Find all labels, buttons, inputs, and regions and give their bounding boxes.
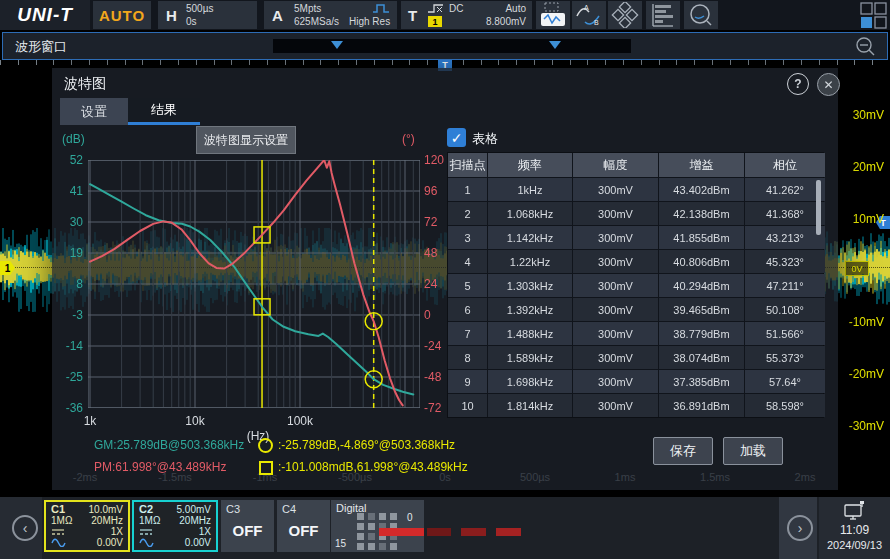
- close-icon[interactable]: ✕: [817, 73, 840, 96]
- digital-channels-box[interactable]: Digital 0 15: [331, 500, 424, 552]
- digital-bit-square: [368, 523, 375, 530]
- dc-coupling-icon: [139, 528, 153, 536]
- trigger-settings-button[interactable]: T 1 DC Auto 8.800mV: [401, 1, 532, 29]
- brand-logo: UNI-T: [0, 0, 90, 30]
- expand-right-block: ›: [779, 497, 817, 559]
- table-cell: 58.598°: [745, 394, 825, 417]
- table-cell: 43.402dBm: [659, 178, 744, 201]
- ab-curve-button[interactable]: A B: [572, 1, 606, 29]
- table-row[interactable]: 51.303kHz300mV40.294dBm47.211°: [448, 274, 823, 297]
- clock-date: 2024/09/13: [819, 539, 890, 551]
- frequency-tick-label: 10k: [175, 414, 215, 428]
- table-row[interactable]: 11kHz300mV43.402dBm41.262°: [448, 178, 823, 201]
- auto-button[interactable]: AUTO: [93, 1, 151, 29]
- phase-tick-label: -48: [424, 370, 464, 384]
- horizontal-settings-button[interactable]: H 500µs 0s: [158, 1, 257, 29]
- c3-state: OFF: [221, 522, 274, 539]
- table-cell: 300mV: [573, 178, 658, 201]
- digital-activity-dash: [461, 528, 486, 536]
- table-cell: 41.262°: [745, 178, 825, 201]
- lens-button[interactable]: [684, 1, 718, 29]
- c1-name: C1: [51, 504, 65, 515]
- digital-bit-square: [368, 513, 375, 520]
- zoom-out-icon[interactable]: [855, 36, 875, 56]
- help-icon[interactable]: ?: [787, 73, 809, 95]
- acq-mode-value: High Res: [349, 16, 390, 28]
- table-cell: 300mV: [573, 370, 658, 393]
- horizontal-label: H: [166, 7, 177, 24]
- high-res-pulse-icon: [372, 3, 390, 14]
- table-cell: 1.22kHz: [488, 250, 572, 273]
- table-row[interactable]: 101.814kHz300mV36.891dBm58.598°: [448, 394, 823, 417]
- gain-tick-label: -36: [52, 401, 83, 415]
- table-row[interactable]: 91.698kHz300mV37.385dBm57.64°: [448, 370, 823, 393]
- table-cell: 1.814kHz: [488, 394, 572, 417]
- trigger-level-value: 8.800mV: [486, 16, 526, 28]
- svg-text:A: A: [584, 4, 589, 11]
- channel2-box[interactable]: C25.00mV 1MΩ20MHz 1X 0.00V: [132, 500, 218, 552]
- table-checkbox[interactable]: ✓: [447, 128, 466, 147]
- digital-bit-square: [379, 513, 386, 520]
- table-scrollbar[interactable]: [816, 180, 821, 235]
- phase-tick-label: 72: [424, 215, 464, 229]
- table-cell: 1.488kHz: [488, 322, 572, 345]
- table-row[interactable]: 21.068kHz300mV42.138dBm41.368°: [448, 202, 823, 225]
- chevron-left-icon[interactable]: ‹: [12, 515, 38, 541]
- right-axis-unit: (°): [402, 132, 415, 146]
- phase-tick-label: 24: [424, 277, 464, 291]
- table-cell: 1kHz: [488, 178, 572, 201]
- tab-settings[interactable]: 设置: [60, 98, 128, 125]
- channel4-box[interactable]: C4 OFF: [277, 500, 330, 552]
- table-cell: 300mV: [573, 202, 658, 225]
- table-row[interactable]: 41.22kHz300mV40.806dBm45.323°: [448, 250, 823, 273]
- acquire-label: A: [272, 7, 283, 24]
- digital-activity-dash: [427, 528, 451, 536]
- phase-tick-label: -24: [424, 339, 464, 353]
- gain-tick-label: -14: [52, 339, 83, 353]
- trigger-label: T: [408, 7, 417, 24]
- table-header-cell: 频率: [488, 153, 572, 177]
- channel3-box[interactable]: C3 OFF: [221, 500, 274, 552]
- table-row[interactable]: 61.392kHz300mV39.465dBm50.108°: [448, 298, 823, 321]
- save-button[interactable]: 保存: [653, 437, 713, 465]
- horizontal-position-strip[interactable]: [273, 39, 631, 53]
- acquire-settings-button[interactable]: A 5Mpts 625MSa/s High Res: [264, 1, 397, 29]
- table-cell: 41.855dBm: [659, 226, 744, 249]
- table-row[interactable]: 31.142kHz300mV41.855dBm43.213°: [448, 226, 823, 249]
- digital-bottom-index: 15: [335, 538, 346, 549]
- load-button[interactable]: 加载: [723, 437, 783, 465]
- wave-window-bar: 波形窗口: [2, 32, 888, 60]
- channel1-box[interactable]: C110.0mV 1MΩ20MHz 1X 0.00V: [44, 500, 130, 552]
- display-settings-button[interactable]: 波特图显示设置: [196, 126, 296, 154]
- c3-name: C3: [226, 503, 240, 515]
- position-marker-right-icon[interactable]: [549, 41, 561, 49]
- table-cell: 47.211°: [745, 274, 825, 297]
- xy-mode-button[interactable]: [608, 1, 642, 29]
- table-cell: 37.385dBm: [659, 370, 744, 393]
- tab-results[interactable]: 结果: [128, 98, 200, 125]
- digital-activity-dash: [496, 528, 521, 536]
- position-marker-left-icon[interactable]: [331, 41, 343, 49]
- table-cell: 39.465dBm: [659, 298, 744, 321]
- results-table: 扫描点频率幅度增益相位11kHz300mV43.402dBm41.262°21.…: [447, 152, 824, 418]
- table-header-row: 扫描点频率幅度增益相位: [448, 153, 823, 177]
- window-layout-button[interactable]: [860, 2, 887, 29]
- wave-window-title: 波形窗口: [15, 38, 67, 56]
- table-cell: 55.373°: [745, 346, 825, 369]
- phase-tick-label: 48: [424, 246, 464, 260]
- horizontal-offset-value: 0s: [186, 16, 197, 28]
- gain-tick-label: 52: [52, 153, 83, 167]
- table-row[interactable]: 81.589kHz300mV38.074dBm55.373°: [448, 346, 823, 369]
- histogram-button[interactable]: [646, 1, 680, 29]
- table-cell: 1.068kHz: [488, 202, 572, 225]
- table-cell: 300mV: [573, 250, 658, 273]
- table-cell: 1.698kHz: [488, 370, 572, 393]
- table-row[interactable]: 71.488kHz300mV38.779dBm51.566°: [448, 322, 823, 345]
- svg-text:B: B: [594, 19, 599, 26]
- table-cell: 300mV: [573, 226, 658, 249]
- table-header-cell: 增益: [659, 153, 744, 177]
- select-waveform-tool-button[interactable]: [536, 1, 570, 29]
- chevron-right-icon[interactable]: ›: [787, 515, 813, 541]
- remote-display-icon: [843, 501, 867, 521]
- channel-status-bar: ‹ C110.0mV 1MΩ20MHz 1X 0.00V C25.00mV 1M…: [0, 497, 890, 559]
